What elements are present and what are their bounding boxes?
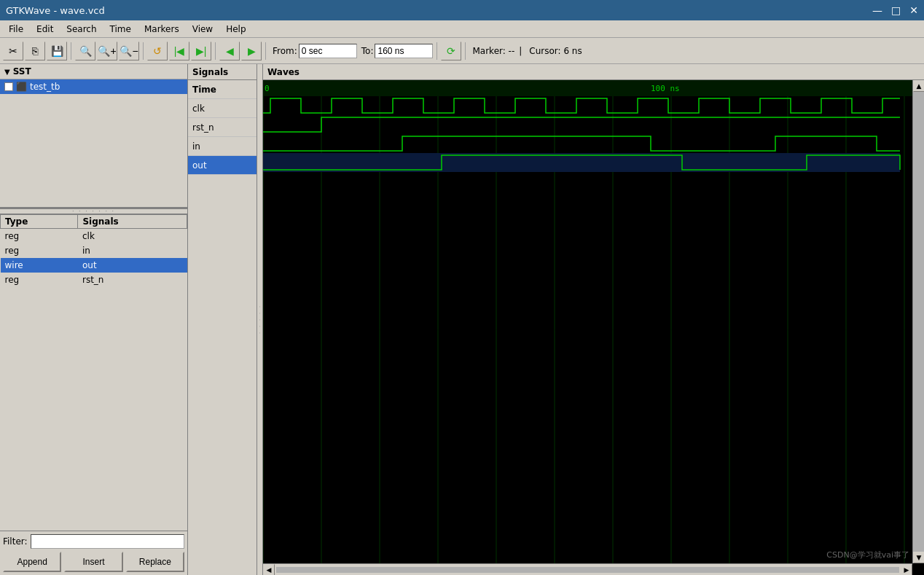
signals-resize-handle[interactable]: · · · · · — [257, 64, 263, 575]
bottom-buttons: Append Insert Replace — [3, 552, 184, 572]
signals-type-list[interactable]: Type Signals reg clk reg in wire — [0, 214, 187, 531]
signals-panel-header: Signals — [188, 64, 257, 80]
filter-label: Filter: — [3, 536, 28, 547]
cursor-label: Cursor: 6 ns — [529, 46, 582, 56]
scroll-right-button[interactable]: ▶ — [901, 564, 912, 576]
main-area: ▼ SST + ⬛ test_tb · · · · · · · Type Sig… — [0, 64, 924, 575]
sst-header: ▼ SST — [0, 64, 187, 79]
tree-expand-icon[interactable]: + — [4, 82, 13, 91]
waves-panel: Waves ▲ ▼ ◀ ▶ — [263, 64, 924, 575]
signal-name-rst_n: rst_n — [78, 273, 187, 287]
toolbar-sep-text: | — [519, 46, 522, 56]
tree-item-label: test_tb — [30, 82, 60, 92]
menu-view[interactable]: View — [187, 23, 219, 36]
filter-input[interactable] — [31, 534, 184, 549]
menu-markers[interactable]: Markers — [138, 23, 185, 36]
refresh-button[interactable]: ⟳ — [441, 42, 461, 60]
sst-title: SST — [13, 66, 31, 77]
marker-label: Marker: -- — [472, 46, 514, 56]
from-input[interactable] — [299, 44, 357, 58]
filter-section: Filter: Append Insert Replace — [0, 531, 187, 575]
save-button[interactable]: 💾 — [47, 42, 67, 60]
menu-time[interactable]: Time — [104, 23, 137, 36]
scroll-down-button[interactable]: ▼ — [913, 552, 924, 563]
signal-name-out: out — [78, 258, 187, 273]
from-label: From: — [273, 46, 297, 56]
tree-module-icon: ⬛ — [16, 82, 27, 92]
filter-row: Filter: — [3, 534, 184, 549]
signal-rst_n-row[interactable]: rst_n — [188, 118, 257, 137]
zoom-in-button[interactable]: 🔍+ — [97, 42, 117, 60]
signals-and-drag: Signals Time clk rst_n in out — [188, 64, 263, 575]
waves-canvas-container[interactable]: ▲ ▼ ◀ ▶ — [263, 80, 924, 575]
signals-header: Signals — [78, 215, 187, 229]
type-header: Type — [1, 215, 78, 229]
drag-handle[interactable]: · · · · · · · — [0, 208, 187, 214]
menu-search[interactable]: Search — [60, 23, 102, 36]
signal-type-out: wire — [1, 258, 78, 273]
menu-help[interactable]: Help — [220, 23, 251, 36]
append-button[interactable]: Append — [3, 552, 61, 572]
scroll-up-button[interactable]: ▲ — [913, 80, 924, 92]
signal-out-row[interactable]: out — [188, 156, 257, 175]
toolbar-sep-6 — [465, 42, 466, 60]
menu-bar: File Edit Search Time Markers View Help — [0, 20, 924, 38]
drag-dots: · · · · · — [259, 304, 261, 335]
menu-edit[interactable]: Edit — [31, 23, 59, 36]
waves-scrollbar-horizontal[interactable]: ◀ ▶ — [263, 563, 912, 575]
sst-section: ▼ SST + ⬛ test_tb — [0, 64, 187, 208]
waves-scrollbar-vertical[interactable]: ▲ ▼ — [912, 80, 924, 563]
signal-row-clk[interactable]: reg clk — [1, 229, 187, 244]
maximize-button[interactable]: □ — [891, 4, 901, 16]
replace-button[interactable]: Replace — [126, 552, 184, 572]
scroll-track-h — [276, 567, 899, 573]
menu-file[interactable]: File — [3, 23, 29, 36]
signal-type-clk: reg — [1, 229, 78, 244]
back-button[interactable]: ◀ — [219, 42, 240, 60]
to-input[interactable] — [375, 44, 433, 58]
minimize-button[interactable]: — — [872, 4, 882, 16]
waves-title: Waves — [267, 67, 299, 77]
scroll-track-v — [913, 92, 924, 552]
title-bar-controls: — □ ✕ — [872, 4, 918, 16]
toolbar-sep-1 — [71, 42, 71, 60]
forward-button[interactable]: ▶ — [241, 42, 262, 60]
zoom-fit-button[interactable]: 🔍 — [75, 42, 95, 60]
scroll-left-button[interactable]: ◀ — [263, 564, 275, 576]
insert-button[interactable]: Insert — [64, 552, 122, 572]
left-panel: ▼ SST + ⬛ test_tb · · · · · · · Type Sig… — [0, 64, 188, 575]
signals-panel: Signals Time clk rst_n in out — [188, 64, 257, 575]
waves-header: Waves — [263, 64, 924, 80]
watermark: CSDN@学习就vai事了 — [826, 549, 909, 560]
signal-row-rst_n[interactable]: reg rst_n — [1, 273, 187, 287]
title-bar: GTKWave - wave.vcd — □ ✕ — [0, 0, 924, 20]
toolbar: ✂ ⎘ 💾 🔍 🔍+ 🔍− ↺ |◀ ▶| ◀ ▶ From: To: ⟳ Ma… — [0, 38, 924, 64]
zoom-out-button[interactable]: 🔍− — [119, 42, 139, 60]
sst-expand-icon[interactable]: ▼ — [4, 68, 10, 76]
toolbar-sep-3 — [215, 42, 216, 60]
signal-name-in: in — [78, 243, 187, 258]
copy-button[interactable]: ⎘ — [25, 42, 45, 60]
prev-edge-button[interactable]: |◀ — [169, 42, 189, 60]
sst-tree[interactable]: + ⬛ test_tb — [0, 79, 187, 207]
toolbar-sep-2 — [143, 42, 144, 60]
signal-clk-row[interactable]: clk — [188, 99, 257, 118]
title-text: GTKWave - wave.vcd — [6, 5, 105, 16]
cut-button[interactable]: ✂ — [3, 42, 23, 60]
undo-button[interactable]: ↺ — [147, 42, 168, 60]
signal-row-in[interactable]: reg in — [1, 243, 187, 258]
signal-in-row[interactable]: in — [188, 137, 257, 156]
to-label: To: — [361, 46, 374, 56]
signal-names-list: Time clk rst_n in out — [188, 80, 257, 575]
tree-item-test_tb[interactable]: + ⬛ test_tb — [0, 79, 187, 94]
signals-table: Type Signals reg clk reg in wire — [0, 214, 187, 287]
toolbar-sep-4 — [265, 42, 266, 60]
signal-row-out[interactable]: wire out — [1, 258, 187, 273]
next-edge-button[interactable]: ▶| — [191, 42, 211, 60]
signal-type-in: reg — [1, 243, 78, 258]
toolbar-sep-5 — [436, 42, 437, 60]
signals-panel-title: Signals — [192, 67, 228, 77]
signal-type-rst_n: reg — [1, 273, 78, 287]
signal-name-clk: clk — [78, 229, 187, 244]
close-button[interactable]: ✕ — [909, 4, 918, 16]
